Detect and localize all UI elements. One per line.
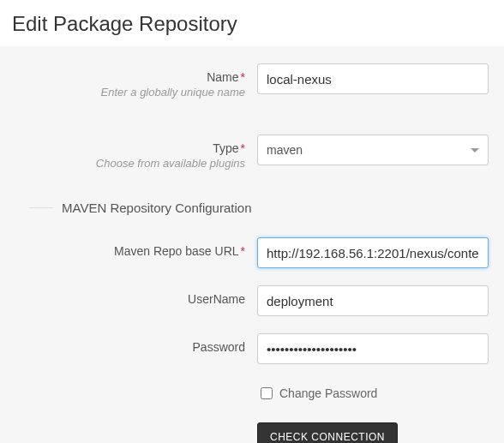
username-input[interactable]	[257, 285, 489, 316]
form-panel: Name* Enter a globally unique name Type*…	[0, 46, 504, 443]
base-url-field-col	[257, 237, 502, 268]
row-username: UserName	[9, 285, 495, 316]
type-field-col: maven	[257, 135, 502, 165]
password-label: Password	[193, 340, 245, 354]
username-field-col	[257, 285, 502, 316]
section-divider	[29, 207, 53, 208]
name-label-col: Name* Enter a globally unique name	[9, 63, 257, 99]
base-url-input[interactable]	[257, 237, 489, 268]
base-url-label: Maven Repo base URL	[114, 244, 239, 258]
change-password-wrap: Change Password	[257, 385, 482, 402]
row-base-url: Maven Repo base URL*	[9, 237, 495, 268]
password-input[interactable]	[257, 333, 489, 364]
type-required-mark: *	[241, 141, 245, 155]
row-password: Password	[9, 333, 495, 364]
password-label-col: Password	[9, 333, 257, 354]
base-url-required-mark: *	[241, 244, 245, 258]
check-connection-button[interactable]: CHECK CONNECTION	[257, 422, 398, 443]
base-url-label-col: Maven Repo base URL*	[9, 237, 257, 258]
type-label: Type	[213, 141, 238, 155]
type-label-col: Type* Choose from available plugins	[9, 135, 257, 170]
chevron-down-icon	[471, 148, 479, 153]
check-connection-field-col: CHECK CONNECTION	[257, 422, 495, 443]
type-hint: Choose from available plugins	[9, 157, 245, 170]
row-check-connection: CHECK CONNECTION	[9, 422, 495, 443]
section-title: MAVEN Repository Configuration	[62, 201, 251, 215]
change-password-label: Change Password	[279, 386, 377, 400]
username-label-col: UserName	[9, 285, 257, 306]
row-change-password: Change Password	[9, 381, 495, 417]
row-name: Name* Enter a globally unique name	[9, 63, 495, 99]
name-hint: Enter a globally unique name	[9, 86, 245, 99]
change-password-field-col: Change Password	[257, 381, 495, 417]
type-select[interactable]: maven	[257, 135, 489, 165]
check-connection-spacer	[9, 422, 257, 429]
name-label: Name	[207, 70, 238, 84]
password-field-col	[257, 333, 502, 364]
change-password-checkbox[interactable]	[261, 387, 273, 399]
name-input[interactable]	[257, 63, 489, 94]
row-type: Type* Choose from available plugins mave…	[9, 135, 495, 170]
page-title: Edit Package Repository	[0, 0, 504, 46]
name-field-col	[257, 63, 502, 94]
type-select-value: maven	[267, 143, 303, 157]
change-password-spacer	[9, 381, 257, 388]
username-label: UserName	[188, 292, 245, 306]
section-header: MAVEN Repository Configuration	[9, 201, 495, 215]
name-required-mark: *	[241, 70, 245, 84]
